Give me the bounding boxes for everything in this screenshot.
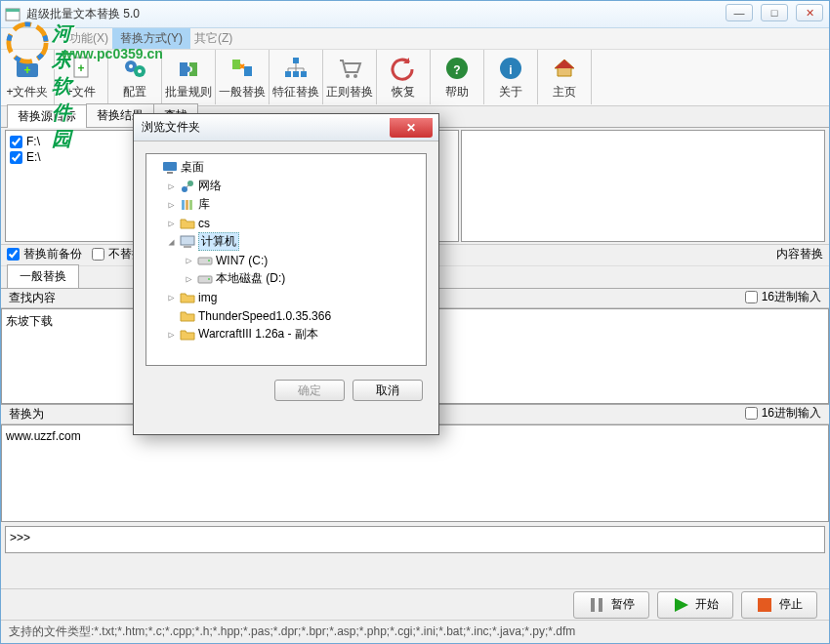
folder-icon xyxy=(180,216,195,231)
tree-node[interactable]: ◢计算机 xyxy=(148,232,424,251)
cancel-button[interactable]: 取消 xyxy=(353,380,423,401)
menu-other[interactable]: 其它(Z) xyxy=(194,30,232,47)
start-button[interactable]: 开始 xyxy=(657,591,733,619)
content-option[interactable]: 内容替换 xyxy=(776,246,823,262)
svg-rect-14 xyxy=(244,66,252,76)
minimize-button[interactable]: — xyxy=(726,4,753,21)
svg-rect-25 xyxy=(591,598,595,612)
tree-node-label: 计算机 xyxy=(198,232,239,251)
backup-option[interactable]: 替换前备份 xyxy=(7,246,82,262)
svg-rect-32 xyxy=(182,200,185,210)
action-bar: 暂停 开始 停止 xyxy=(1,588,829,620)
expand-icon[interactable]: ▷ xyxy=(166,218,177,228)
expand-icon[interactable]: ▷ xyxy=(166,292,177,302)
tree-node[interactable]: ▷WIN7 (C:) xyxy=(148,251,424,269)
source-checkbox[interactable] xyxy=(10,151,22,164)
undo-icon xyxy=(390,55,417,82)
expand-icon[interactable]: ▷ xyxy=(166,181,177,191)
svg-text:i: i xyxy=(509,63,512,77)
home-button[interactable]: 主页 xyxy=(538,50,592,104)
add-folder-button[interactable]: ++文件夹 xyxy=(1,50,55,104)
play-icon xyxy=(672,596,689,614)
tree-node[interactable]: ▷cs xyxy=(148,214,424,232)
svg-rect-13 xyxy=(232,60,240,69)
add-file-button[interactable]: ++文件 xyxy=(55,50,108,104)
tree-icon xyxy=(282,55,310,82)
expand-icon[interactable]: ▷ xyxy=(184,273,194,284)
statusbar-text: 支持的文件类型:*.txt;*.htm;*.c;*.cpp;*.h;*.hpp;… xyxy=(9,624,575,640)
puzzle-icon xyxy=(175,55,202,82)
tree-node[interactable]: ▷img xyxy=(148,288,424,306)
maximize-button[interactable]: □ xyxy=(761,4,788,21)
svg-rect-29 xyxy=(167,172,173,174)
svg-rect-35 xyxy=(181,236,194,245)
info-icon: i xyxy=(497,55,524,82)
tree-node-label: WarcraftIII 1.26a - 副本 xyxy=(198,326,318,342)
gear-icon xyxy=(121,55,148,82)
dialog-close-button[interactable]: ✕ xyxy=(390,118,433,138)
expand-icon[interactable]: ▷ xyxy=(166,199,177,210)
source-preview xyxy=(461,130,825,242)
expand-icon[interactable]: ▷ xyxy=(184,255,194,265)
home-icon xyxy=(551,55,578,82)
tree-node[interactable]: ThunderSpeed1.0.35.366 xyxy=(148,306,424,325)
tree-node-label: 本地磁盘 (D:) xyxy=(216,270,285,287)
feature-replace-button[interactable]: 特征替换 xyxy=(270,50,323,104)
close-button[interactable]: ✕ xyxy=(796,4,823,21)
tree-node[interactable]: ▷WarcraftIII 1.26a - 副本 xyxy=(148,325,424,343)
expand-icon[interactable] xyxy=(166,310,177,321)
expand-icon[interactable] xyxy=(148,162,159,173)
svg-point-40 xyxy=(208,278,210,280)
stop-icon xyxy=(756,596,773,614)
about-button[interactable]: i关于 xyxy=(484,50,538,104)
restore-button[interactable]: 恢复 xyxy=(377,50,431,104)
expand-icon[interactable]: ▷ xyxy=(166,329,177,340)
titlebar: 超级批量文本替换 5.0 — □ ✕ xyxy=(1,1,829,28)
console[interactable]: >>> xyxy=(5,526,825,553)
network-icon xyxy=(180,179,195,194)
regex-replace-button[interactable]: 正则替换 xyxy=(323,50,377,104)
normal-replace-button[interactable]: 一般替换 xyxy=(216,50,270,104)
tree-node-label: cs xyxy=(198,217,210,230)
swap-icon xyxy=(228,55,256,82)
svg-point-20 xyxy=(353,74,357,78)
tree-node[interactable]: 桌面 xyxy=(148,158,424,177)
svg-rect-28 xyxy=(163,162,177,171)
menu-replacemode[interactable]: 替换方式(Y) xyxy=(112,28,190,49)
batch-rule-button[interactable]: 批量规则 xyxy=(162,50,216,104)
svg-rect-33 xyxy=(186,200,188,210)
tree-node-label: WIN7 (C:) xyxy=(216,254,268,267)
tree-node-label: ThunderSpeed1.0.35.366 xyxy=(198,309,331,323)
search-hex-option[interactable]: 16进制输入 xyxy=(745,289,821,305)
expand-icon[interactable]: ◢ xyxy=(166,236,177,247)
tree-node-label: 库 xyxy=(198,196,210,213)
tree-node-label: 网络 xyxy=(198,178,222,194)
svg-point-19 xyxy=(346,74,350,78)
tree-node[interactable]: ▷库 xyxy=(148,195,424,214)
svg-rect-39 xyxy=(198,276,212,283)
help-button[interactable]: ?帮助 xyxy=(431,50,484,104)
tab-normal-replace[interactable]: 一般替换 xyxy=(7,264,79,288)
menubar: 功能(X) 替换方式(Y) 其它(Z) xyxy=(1,28,829,50)
folder-icon xyxy=(180,308,195,324)
dialog-titlebar[interactable]: 浏览文件夹 ✕ xyxy=(134,114,438,141)
svg-rect-26 xyxy=(599,598,602,612)
tree-node[interactable]: ▷本地磁盘 (D:) xyxy=(148,269,424,288)
stop-button[interactable]: 停止 xyxy=(741,591,817,619)
replace-input[interactable] xyxy=(1,424,829,522)
app-icon xyxy=(5,7,21,22)
replace-hex-option[interactable]: 16进制输入 xyxy=(745,405,821,422)
folder-tree[interactable]: 桌面▷网络▷库▷cs◢计算机▷WIN7 (C:)▷本地磁盘 (D:)▷imgTh… xyxy=(145,153,427,366)
ok-button[interactable]: 确定 xyxy=(274,380,345,401)
svg-rect-18 xyxy=(301,71,307,77)
tree-node[interactable]: ▷网络 xyxy=(148,177,424,195)
dialog-title: 浏览文件夹 xyxy=(142,119,200,136)
folder-icon xyxy=(180,327,195,342)
source-checkbox[interactable] xyxy=(10,136,22,148)
pause-button[interactable]: 暂停 xyxy=(573,591,649,619)
menu-function[interactable]: 功能(X) xyxy=(69,30,108,47)
cart-icon xyxy=(336,55,363,82)
tab-source-target[interactable]: 替换源目标 xyxy=(7,104,87,128)
search-label: 查找内容 xyxy=(9,290,56,306)
config-button[interactable]: 配置 xyxy=(108,50,162,104)
